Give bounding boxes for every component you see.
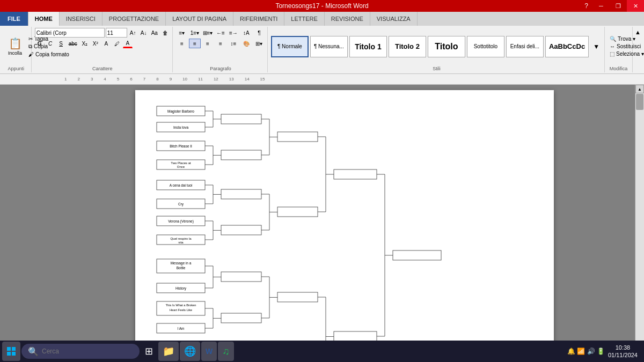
scroll-thumb[interactable] [636, 94, 643, 110]
tab-home[interactable]: HOME [28, 12, 60, 26]
taskview-button[interactable]: ⊞ [141, 342, 157, 361]
border-button[interactable]: ⊞▾ [253, 39, 265, 48]
underline-button[interactable]: S [56, 39, 66, 48]
style-sottotitolo[interactable]: Sottotitolo [467, 36, 504, 57]
svg-rect-77 [277, 292, 318, 302]
clear-format-button[interactable]: 🗑 [160, 28, 170, 38]
explorer-icon: 📁 [163, 345, 174, 357]
document-area: Magister Barbero Insta Iova Bitch Please… [0, 85, 644, 350]
explorer-button[interactable]: 📁 [158, 342, 179, 361]
italic-button[interactable]: C [46, 39, 55, 48]
ribbon-content: 📋 Incolla ✂ Taglia ⧉ Copia 🖌 Copia forma… [0, 26, 644, 74]
document-page[interactable]: Magister Barbero Insta Iova Bitch Please… [135, 90, 554, 350]
superscript-button[interactable]: X² [91, 39, 100, 48]
style-titolo2[interactable]: Titolo 2 [389, 36, 426, 57]
text-color-button[interactable]: A [101, 39, 111, 48]
window-controls: ─ ❐ ✕ [592, 0, 644, 12]
expand-icon: ▲ [635, 29, 641, 35]
font-shrink-button[interactable]: A↓ [139, 28, 149, 38]
help-button[interactable]: ? [580, 0, 592, 12]
indent-increase-button[interactable]: ≡→ [228, 28, 239, 38]
tab-progettazione[interactable]: PROGETTAZIONE [103, 12, 166, 26]
svg-rect-113 [7, 352, 11, 356]
style-nessuna[interactable]: ¶ Nessuna... [310, 36, 348, 57]
scroll-track[interactable] [635, 93, 644, 342]
style-titolo1[interactable]: Titolo 1 [349, 36, 387, 57]
tab-riferimenti[interactable]: RIFERIMENTI [233, 12, 284, 26]
scroll-up-arrow[interactable]: ▲ [635, 85, 644, 93]
font-grow-button[interactable]: A↑ [128, 28, 138, 38]
align-right-button[interactable]: ≡ [202, 39, 214, 48]
tab-revisione[interactable]: REVISIONE [325, 12, 370, 26]
start-button[interactable] [2, 342, 20, 361]
list-multi-button[interactable]: ⊞≡▾ [202, 28, 214, 38]
font-family-input[interactable] [35, 28, 105, 38]
svg-rect-52 [334, 169, 377, 179]
tab-visualizza[interactable]: VISUALIZZA [370, 12, 418, 26]
align-justify-button[interactable]: ≡ [215, 39, 226, 48]
windows-icon [6, 346, 16, 356]
ribbon-group-carattere: A↑ A↓ Aa 🗑 G C S abc X₂ X² A 🖊 A Caratte… [33, 27, 173, 72]
search-input[interactable] [42, 348, 128, 355]
restore-button[interactable]: ❐ [610, 0, 627, 12]
highlight-button[interactable]: 🖊 [112, 39, 122, 48]
show-formatting-button[interactable]: ¶ [253, 28, 265, 38]
chrome-icon: 🌐 [184, 345, 196, 357]
align-left-button[interactable]: ≡ [176, 39, 188, 48]
sort-button[interactable]: ↕A [240, 28, 252, 38]
minimize-button[interactable]: ─ [592, 0, 610, 12]
style-titolo[interactable]: Titolo [428, 36, 465, 57]
ribbon-expand-button[interactable]: ▲ [634, 27, 642, 72]
svg-rect-23 [277, 132, 318, 142]
font-color-button[interactable]: A [123, 39, 133, 48]
taskbar: 🔍 ⊞ 📁 🌐 W ♫ 🔔 📶 🔊 🔋 10:38 01/11/2024 [0, 341, 644, 362]
font-row2: G C S abc X₂ X² A 🖊 A [35, 39, 170, 48]
spotify-button[interactable]: ♫ [218, 342, 234, 361]
document-scroll[interactable]: Magister Barbero Insta Iova Bitch Please… [54, 85, 635, 350]
taskbar-clock[interactable]: 10:38 01/11/2024 [608, 344, 638, 359]
list-bullet-button[interactable]: ≡▾ [176, 28, 188, 38]
sostituisci-icon: ↔ [610, 43, 615, 49]
svg-rect-111 [7, 347, 11, 351]
tab-inserisci[interactable]: INSERISCI [60, 12, 103, 26]
list-number-button[interactable]: 1≡▾ [189, 28, 201, 38]
svg-rect-42 [221, 225, 261, 235]
tab-lettere[interactable]: LETTERE [284, 12, 325, 26]
style-aabbccd[interactable]: AaBbCcDc [545, 36, 589, 57]
title-text: Torneosongs17 - Microsoft Word [275, 2, 368, 10]
subscript-button[interactable]: X₂ [80, 39, 90, 48]
font-case-button[interactable]: Aa [150, 28, 159, 38]
style-normale[interactable]: ¶ Normale [271, 36, 309, 57]
shading-button[interactable]: 🎨 [240, 39, 252, 48]
trova-icon: 🔍 [610, 36, 616, 42]
svg-rect-72 [221, 313, 261, 323]
word-button[interactable]: W [201, 342, 217, 361]
incolla-button[interactable]: 📋 Incolla [4, 32, 26, 62]
style-enfasi[interactable]: Enfasi deli... [506, 36, 544, 57]
modifica-label: Modifica [610, 65, 628, 71]
carattere-label: Carattere [92, 65, 113, 71]
svg-text:Magister Barbero: Magister Barbero [167, 109, 194, 114]
strikethrough-button[interactable]: abc [67, 39, 79, 48]
svg-rect-18 [221, 150, 261, 160]
align-center-button[interactable]: ≡ [189, 39, 201, 48]
font-size-input[interactable] [106, 28, 127, 38]
seleziona-icon: ⬚ [610, 51, 614, 57]
styles-row: ¶ Normale ¶ Nessuna... Titolo 1 Titolo 2… [271, 28, 602, 65]
styles-more-button[interactable]: ▼ [590, 36, 602, 57]
bold-button[interactable]: G [35, 39, 45, 48]
tab-layout[interactable]: LAYOUT DI PAGINA [166, 12, 233, 26]
word-icon: W [206, 347, 213, 356]
close-button[interactable]: ✕ [627, 0, 644, 12]
svg-text:History: History [175, 286, 186, 291]
vertical-scrollbar[interactable]: ▲ ▼ [635, 85, 644, 350]
line-spacing-button[interactable]: ↕≡ [228, 39, 239, 48]
svg-rect-105 [334, 331, 377, 341]
para-row2: ≡ ≡ ≡ ≡ ↕≡ 🎨 ⊞▾ [176, 39, 265, 48]
incolla-icon: 📋 [9, 37, 22, 50]
search-bar[interactable]: 🔍 [21, 344, 140, 359]
spotify-icon: ♫ [222, 346, 230, 357]
tab-file[interactable]: FILE [0, 12, 28, 26]
indent-decrease-button[interactable]: ←≡ [215, 28, 226, 38]
chrome-button[interactable]: 🌐 [180, 342, 200, 361]
